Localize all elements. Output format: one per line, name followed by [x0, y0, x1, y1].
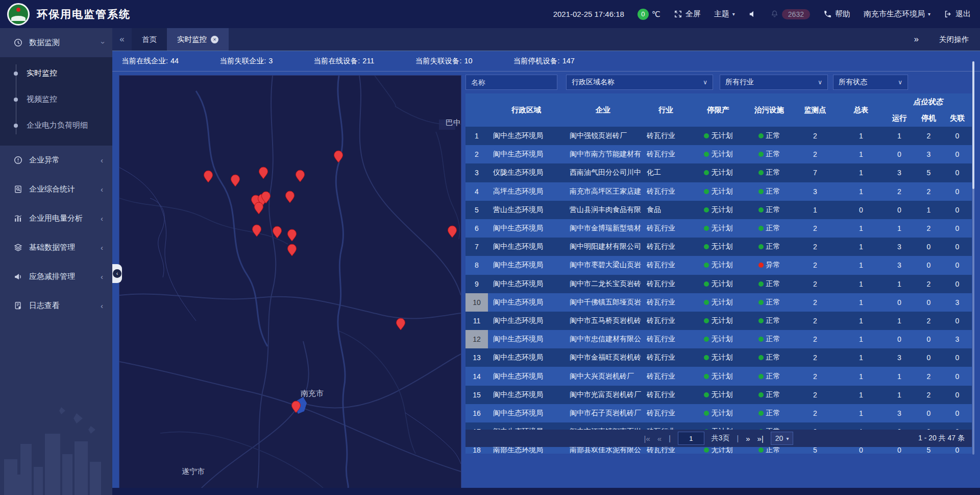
- notification-count-badge: 2632: [782, 9, 810, 19]
- sidebar-group-基础数据管理[interactable]: 基础数据管理‹: [0, 233, 112, 262]
- tabs-scroll-left-button[interactable]: «: [112, 28, 132, 51]
- help-button[interactable]: 帮助: [823, 9, 850, 19]
- status-dot-green: [704, 337, 709, 342]
- sidebar-group-日志查看[interactable]: 日志查看‹: [0, 291, 112, 320]
- map-pin[interactable]: [286, 191, 295, 203]
- scrollbar-thumb[interactable]: [972, 61, 974, 189]
- cell-index: 14: [465, 367, 488, 385]
- cell-facility: 正常: [746, 330, 792, 348]
- page-size-select[interactable]: 20 ▾: [771, 432, 794, 445]
- table-row[interactable]: 7阆中生态环境局阆中明阳建材有限公司砖瓦行业无计划正常21300: [465, 238, 972, 256]
- table-row[interactable]: 2阆中生态环境局阆中市南方节能建材有砖瓦行业无计划正常21030: [465, 145, 972, 163]
- map-pin[interactable]: [296, 170, 305, 182]
- map-pin[interactable]: [334, 151, 343, 162]
- table-row[interactable]: 16阆中生态环境局阆中市石子页岩机砖厂砖瓦行业无计划正常21300: [465, 404, 972, 422]
- cell-company: 阆中市金博瑞新型墙材: [565, 219, 642, 238]
- cell-points: 2: [792, 238, 838, 256]
- sidebar-group-企业用电量分析[interactable]: 企业用电量分析‹: [0, 204, 112, 233]
- sidebar-group-数据监测[interactable]: 数据监测‹: [0, 28, 112, 57]
- fullscreen-button[interactable]: 全屏: [674, 9, 701, 19]
- sidebar-group-企业异常[interactable]: 企业异常‹: [0, 146, 112, 175]
- org-dropdown[interactable]: 南充市生态环境局 ▾: [864, 9, 930, 19]
- megaphone-icon: [13, 272, 23, 281]
- mute-button[interactable]: [748, 10, 757, 18]
- table-row[interactable]: 13阆中生态环境局阆中市金福旺页岩机砖砖瓦行业无计划正常21300: [465, 348, 972, 367]
- sidebar-item-实时监控[interactable]: 实时监控: [0, 60, 112, 86]
- sidebar-group-企业综合统计[interactable]: 企业综合统计‹: [0, 175, 112, 204]
- map-pin[interactable]: [259, 167, 268, 179]
- name-filter-input[interactable]: [465, 75, 557, 90]
- last-page-button[interactable]: »|: [757, 435, 764, 442]
- panel-scrollbar[interactable]: [972, 61, 974, 455]
- col-region: 行政区域: [488, 93, 565, 127]
- map-roads: [119, 76, 461, 488]
- cell-limit: 无计划: [690, 182, 746, 201]
- notifications[interactable]: 2632: [770, 9, 810, 19]
- cell-limit: 无计划: [690, 163, 746, 182]
- cell-run: 3: [884, 348, 915, 367]
- prev-page-button[interactable]: «: [657, 435, 662, 442]
- map-pin[interactable]: [253, 225, 261, 237]
- map-panel[interactable]: 巴中市南充市遂宁市: [119, 75, 461, 489]
- map-pin[interactable]: [288, 229, 297, 241]
- close-operations-button[interactable]: 关闭操作: [939, 35, 969, 44]
- table-row[interactable]: 12阆中生态环境局阆中市忠信建材有限公砖瓦行业无计划正常21003: [465, 330, 972, 348]
- sidebar-item-视频监控[interactable]: 视频监控: [0, 86, 112, 112]
- sidebar-group-应急减排管理[interactable]: 应急减排管理‹: [0, 262, 112, 291]
- cell-lost: 0: [943, 275, 972, 293]
- map-pin[interactable]: [288, 244, 297, 256]
- map-pin[interactable]: [204, 171, 213, 182]
- first-page-button[interactable]: |«: [644, 435, 650, 442]
- table-row[interactable]: 14阆中生态环境局阆中大兴页岩机砖厂砖瓦行业无计划正常21120: [465, 367, 972, 385]
- table-row[interactable]: 8阆中生态环境局阆中市枣碧大梁山页岩砖瓦行业无计划异常21300: [465, 256, 972, 274]
- cell-industry: 砖瓦行业: [642, 256, 690, 274]
- table-row[interactable]: 11阆中生态环境局阆中市五马桥页岩机砖砖瓦行业无计划正常21120: [465, 312, 972, 330]
- table-row[interactable]: 1阆中生态环境局阆中强锐页岩砖厂砖瓦行业无计划正常21120: [465, 127, 972, 145]
- stat-item: 当前停机设备:147: [513, 56, 575, 66]
- cell-limit: 无计划: [690, 330, 746, 348]
- table-row[interactable]: 15阆中生态环境局阆中市光富页岩机砖厂砖瓦行业无计划正常21120: [465, 386, 972, 404]
- table-row[interactable]: 10阆中生态环境局阆中千佛镇五郎垭页岩砖瓦行业无计划正常21003: [465, 293, 972, 312]
- cell-region: 阆中生态环境局: [488, 145, 565, 163]
- logout-icon: [944, 10, 952, 18]
- cell-run: 0: [884, 145, 915, 163]
- map-pin[interactable]: [273, 226, 282, 238]
- page-number-input[interactable]: [678, 432, 704, 445]
- next-page-button[interactable]: »: [746, 435, 750, 442]
- cell-index: 7: [465, 238, 488, 256]
- map-pin[interactable]: [397, 318, 405, 330]
- sidebar-collapse-handle[interactable]: ‹: [112, 264, 122, 283]
- alert-icon: [13, 155, 23, 165]
- cell-points: 3: [792, 182, 838, 201]
- cell-facility: 正常: [746, 367, 792, 385]
- cell-region: 阆中生态环境局: [488, 404, 565, 422]
- logout-button[interactable]: 退出: [944, 9, 971, 19]
- status-filter-select[interactable]: 所有状态 ∨: [833, 75, 908, 90]
- table-row[interactable]: 6阆中生态环境局阆中市金博瑞新型墙材砖瓦行业无计划正常21120: [465, 219, 972, 238]
- map-pin[interactable]: [448, 226, 457, 238]
- table-row[interactable]: 4高坪生态环境局南充市高坪区王家店建砖瓦行业无计划正常31220: [465, 182, 972, 201]
- theme-dropdown[interactable]: 主题 ▾: [714, 9, 735, 19]
- sidebar-item-企业电力负荷明细[interactable]: 企业电力负荷明细: [0, 112, 112, 138]
- cell-points: 1: [792, 201, 838, 219]
- cell-region: 阆中生态环境局: [488, 348, 565, 367]
- col-lost: 失联: [943, 110, 972, 127]
- tab-close-icon[interactable]: ×: [211, 36, 218, 43]
- map-pin[interactable]: [231, 175, 240, 186]
- cell-region: 营山生态环境局: [488, 201, 565, 219]
- region-filter-select[interactable]: 行政区域名称 ∨: [566, 75, 713, 90]
- tabs-scroll-right-button[interactable]: »: [914, 34, 919, 44]
- col-index: [465, 93, 488, 127]
- table-row[interactable]: 5营山生态环境局营山县润丰肉食品有限食品无计划正常10010: [465, 201, 972, 219]
- cell-index: 5: [465, 201, 488, 219]
- map-pin[interactable]: [255, 202, 263, 214]
- tab-首页[interactable]: 首页: [132, 28, 167, 51]
- col-stop: 停机: [915, 110, 943, 127]
- cell-stop: 2: [915, 367, 943, 385]
- status-dot-green: [758, 207, 764, 213]
- tab-实时监控[interactable]: 实时监控×: [167, 28, 229, 51]
- stat-value: 3: [268, 57, 273, 65]
- industry-filter-select[interactable]: 所有行业 ∨: [720, 75, 828, 90]
- table-row[interactable]: 9阆中生态环境局阆中市二龙长宝页岩砖砖瓦行业无计划正常21120: [465, 275, 972, 293]
- table-row[interactable]: 3仪陇生态环境局西南油气田分公司川中化工无计划正常71350: [465, 163, 972, 182]
